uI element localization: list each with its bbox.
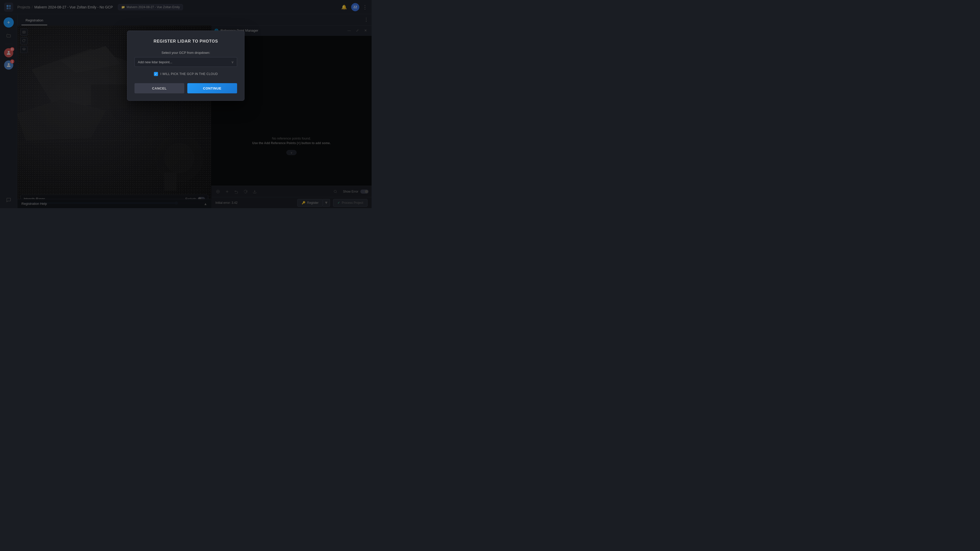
modal-overlay: REGISTER LIDAR TO PHOTOS Select your GCP… — [0, 0, 372, 208]
register-lidar-modal: REGISTER LIDAR TO PHOTOS Select your GCP… — [127, 30, 245, 101]
modal-dropdown-chevron-icon: ∨ — [231, 60, 234, 64]
modal-checkbox-label: I WILL PICK THE GCP IN THE CLOUD — [161, 72, 218, 76]
modal-cancel-btn[interactable]: CANCEL — [135, 83, 184, 94]
modal-title: REGISTER LIDAR TO PHOTOS — [135, 39, 237, 44]
modal-buttons: CANCEL CONTINUE — [135, 83, 237, 94]
modal-checkbox-row: ✓ I WILL PICK THE GCP IN THE CLOUD — [135, 72, 237, 76]
modal-checkbox[interactable]: ✓ — [154, 72, 158, 76]
modal-field-label: Select your GCP from dropdown: — [135, 51, 237, 55]
checkbox-check-icon: ✓ — [155, 73, 157, 76]
modal-dropdown[interactable]: Add new lidar tiepoint... ∨ — [135, 57, 237, 67]
modal-dropdown-text: Add new lidar tiepoint... — [138, 60, 172, 64]
modal-continue-btn[interactable]: CONTINUE — [187, 83, 237, 94]
